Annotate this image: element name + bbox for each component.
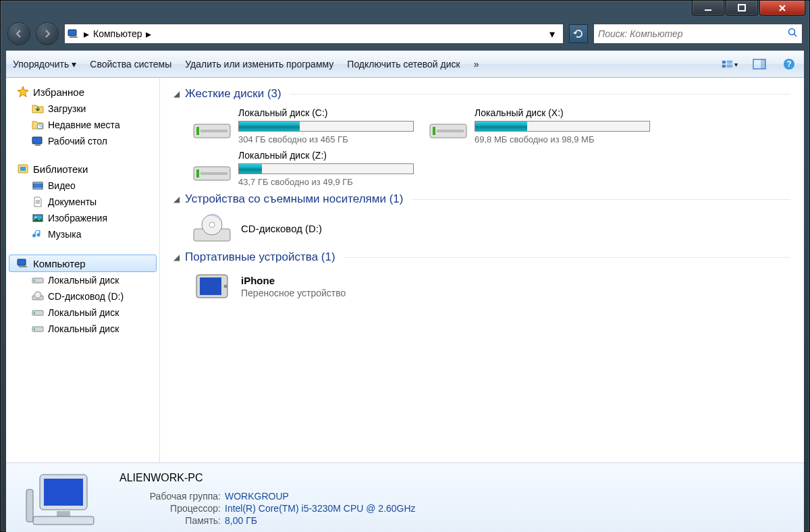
- device-item-cd[interactable]: CD-дисковод (D:): [173, 213, 790, 244]
- computer-icon: [68, 28, 80, 40]
- forward-button[interactable]: [36, 22, 59, 45]
- view-mode-button[interactable]: ▾: [722, 56, 738, 72]
- svg-point-48: [209, 222, 215, 228]
- capacity-bar: [475, 121, 650, 132]
- svg-point-4: [789, 29, 795, 35]
- section-portable-header[interactable]: ◢ Портативные устройства (1): [173, 250, 790, 264]
- sidebar-libraries-header[interactable]: Библиотеки: [9, 161, 157, 178]
- cpu-label: Процессор:: [119, 503, 221, 514]
- section-hdd-header[interactable]: ◢ Жесткие диски (3): [173, 87, 790, 101]
- svg-rect-17: [32, 137, 42, 144]
- sidebar-group-favorites: Избранное Загрузки Недавние места Рабочи…: [9, 84, 157, 149]
- address-bar[interactable]: ▸ Компьютер ▸ ▾: [64, 24, 564, 44]
- music-icon: [32, 228, 44, 240]
- svg-rect-23: [33, 188, 43, 189]
- help-button[interactable]: ?: [781, 56, 797, 72]
- drive-free-text: 304 ГБ свободно из 465 ГБ: [238, 134, 414, 144]
- sidebar-item-cd-drive[interactable]: CD-дисковод (D:): [9, 288, 157, 304]
- uninstall-program-button[interactable]: Удалить или изменить программу: [185, 59, 333, 70]
- svg-rect-11: [727, 66, 733, 67]
- sidebar-item-videos[interactable]: Видео: [9, 178, 157, 194]
- address-dropdown[interactable]: ▾: [544, 28, 560, 41]
- close-button[interactable]: [759, 1, 805, 16]
- svg-rect-18: [35, 144, 40, 146]
- workgroup-value: WORKGROUP: [225, 491, 289, 502]
- sidebar-item-recent[interactable]: Недавние места: [9, 117, 157, 133]
- maximize-button[interactable]: [726, 1, 758, 16]
- explorer-window: ▸ Компьютер ▸ ▾ Упорядочить ▾ Свойства с…: [0, 0, 810, 532]
- svg-text:?: ?: [786, 59, 791, 69]
- drive-item[interactable]: Локальный диск (X:) 69,8 МБ свободно из …: [429, 107, 638, 144]
- svg-rect-45: [200, 172, 227, 175]
- disk-icon: [32, 307, 44, 319]
- svg-rect-26: [18, 259, 26, 265]
- video-icon: [32, 180, 44, 192]
- svg-rect-7: [727, 61, 733, 61]
- disk-icon: [32, 323, 44, 335]
- chevron-right-icon: ▸: [146, 28, 151, 41]
- sidebar-group-libraries: Библиотеки Видео Документы Изображения М…: [9, 161, 157, 242]
- sidebar-computer-header[interactable]: Компьютер: [9, 255, 157, 272]
- svg-rect-9: [722, 65, 726, 68]
- computer-icon: [17, 257, 29, 269]
- back-button[interactable]: [7, 22, 30, 45]
- svg-rect-39: [200, 130, 227, 132]
- sidebar-item-documents[interactable]: Документы: [9, 194, 157, 210]
- ram-value: 8,00 ГБ: [225, 515, 257, 526]
- details-pane: ALIENWORK-PC Рабочая группа: WORKGROUP П…: [6, 462, 804, 532]
- capacity-bar: [238, 163, 414, 174]
- search-box[interactable]: [593, 24, 803, 44]
- svg-rect-22: [33, 182, 43, 184]
- document-icon: [32, 196, 44, 208]
- breadcrumb[interactable]: Компьютер: [93, 28, 142, 39]
- sidebar-favorites-header[interactable]: Избранное: [9, 84, 157, 101]
- sidebar-item-pictures[interactable]: Изображения: [9, 210, 157, 226]
- preview-pane-button[interactable]: [751, 56, 767, 72]
- system-properties-button[interactable]: Свойства системы: [90, 59, 171, 70]
- svg-rect-38: [196, 127, 199, 135]
- svg-point-51: [224, 285, 227, 288]
- minimize-button[interactable]: [692, 1, 724, 16]
- sidebar-item-desktop[interactable]: Рабочий стол: [9, 133, 157, 149]
- organize-menu[interactable]: Упорядочить ▾: [13, 59, 76, 70]
- drive-item[interactable]: Локальный диск (C:) 304 ГБ свободно из 4…: [192, 107, 402, 144]
- svg-rect-10: [727, 65, 733, 65]
- svg-rect-1: [738, 5, 745, 11]
- svg-rect-42: [437, 130, 464, 132]
- toolbar: Упорядочить ▾ Свойства системы Удалить и…: [6, 51, 804, 78]
- drive-name: Локальный диск (X:): [475, 107, 650, 118]
- star-icon: [17, 86, 29, 98]
- sidebar-item-downloads[interactable]: Загрузки: [9, 101, 157, 117]
- section-removable-header[interactable]: ◢ Устройства со съемными носителями (1): [173, 192, 790, 206]
- sidebar-item-music[interactable]: Музыка: [9, 226, 157, 242]
- collapse-triangle-icon: ◢: [173, 252, 180, 262]
- svg-rect-53: [44, 479, 83, 506]
- drive-item[interactable]: Локальный диск (Z:) 43,7 ГБ свободно из …: [192, 150, 402, 187]
- portable-device-icon: [192, 271, 232, 302]
- collapse-triangle-icon: ◢: [173, 194, 180, 204]
- map-network-drive-button[interactable]: Подключить сетевой диск: [347, 59, 460, 70]
- svg-rect-3: [70, 36, 78, 38]
- capacity-bar: [238, 121, 414, 132]
- search-input[interactable]: [598, 28, 783, 39]
- hard-disk-icon: [192, 111, 232, 142]
- sidebar-item-local-disk[interactable]: Локальный диск: [9, 321, 157, 337]
- svg-rect-0: [705, 9, 711, 11]
- sidebar-item-local-disk[interactable]: Локальный диск: [9, 272, 157, 288]
- device-item-iphone[interactable]: iPhone Переносное устройство: [173, 271, 790, 302]
- content-pane: ◢ Жесткие диски (3) Локальный диск (C:) …: [160, 78, 804, 462]
- sidebar-item-local-disk[interactable]: Локальный диск: [9, 304, 157, 321]
- computer-large-icon: [20, 469, 101, 530]
- workgroup-label: Рабочая группа:: [119, 491, 221, 502]
- libraries-icon: [17, 163, 29, 175]
- toolbar-overflow[interactable]: »: [474, 59, 479, 70]
- svg-rect-6: [722, 61, 726, 63]
- hdd-drives-list: Локальный диск (C:) 304 ГБ свободно из 4…: [173, 107, 790, 187]
- navigation-pane: Избранное Загрузки Недавние места Рабочи…: [6, 78, 160, 462]
- svg-rect-2: [68, 30, 76, 36]
- svg-rect-8: [727, 62, 733, 63]
- refresh-button[interactable]: [569, 24, 588, 43]
- explorer-body: Избранное Загрузки Недавние места Рабочи…: [6, 78, 804, 462]
- svg-rect-54: [57, 511, 70, 516]
- cd-drive-icon: [192, 213, 232, 244]
